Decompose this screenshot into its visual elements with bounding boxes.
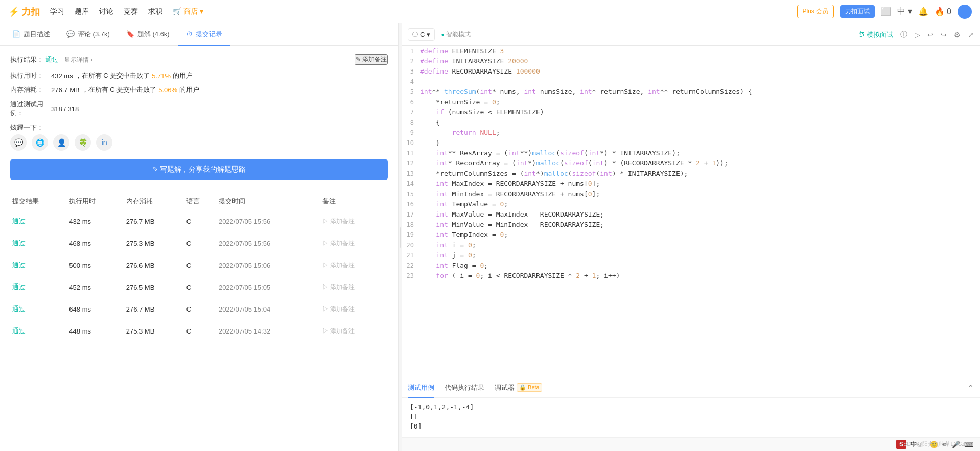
undo-button[interactable]: ↩ <box>927 31 934 39</box>
submission-status[interactable]: 通过 <box>12 327 26 335</box>
col-status: 提交结果 <box>10 193 67 210</box>
submission-add-note[interactable]: ▷ 添加备注 <box>322 261 386 270</box>
tab-comments[interactable]: 💬 评论 (3.7k) <box>58 23 118 46</box>
line-number: 7 <box>402 107 420 117</box>
line-number: 20 <box>402 240 420 250</box>
bottom-tabs: 测试用例 代码执行结果 调试器 🔒 Beta ⌃ <box>402 378 980 398</box>
submission-status[interactable]: 通过 <box>12 283 26 291</box>
share-wechat-button[interactable]: 💬 <box>10 134 27 151</box>
beta-badge: 🔒 Beta <box>517 383 542 392</box>
bottom-tab-result[interactable]: 代码执行结果 <box>445 378 484 398</box>
nav-contest[interactable]: 竞赛 <box>124 7 138 16</box>
smart-mode: ● 智能模式 <box>441 30 471 39</box>
plus-button[interactable]: Plus 会员 <box>797 5 834 18</box>
detail-link[interactable]: 显示详情 › <box>64 56 92 63</box>
write-solution-button[interactable]: ✎ 写题解，分享我的解题思路 <box>10 159 388 180</box>
submission-status[interactable]: 通过 <box>12 261 26 269</box>
nav-right: Plus 会员 力扣面试 ⬜ 中 ▾ 🔔 🔥 0 <box>797 5 972 19</box>
submission-time: 500 ms <box>67 254 124 276</box>
logo-text: 力扣 <box>21 6 40 18</box>
mem-stat-label: 内存消耗： <box>10 85 51 94</box>
nav-shop[interactable]: 🛒 商店 ▾ <box>173 7 203 16</box>
nav-jobs[interactable]: 求职 <box>148 7 162 16</box>
mock-interview-button[interactable]: ⏱ 模拟面试 <box>858 30 893 39</box>
expand-button[interactable]: ⌃ <box>967 383 974 393</box>
bottom-tab-debugger[interactable]: 调试器 🔒 Beta <box>495 378 542 398</box>
line-number: 13 <box>402 169 420 179</box>
tab-submissions[interactable]: ⏱ 提交记录 <box>178 23 230 46</box>
editor-top-bar: ⓘ C ▾ ● 智能模式 ⏱ 模拟面试 ⓘ ▷ ↩ ↪ ⚙ ⤢ <box>402 23 980 46</box>
tab-solutions[interactable]: 🔖 题解 (4.6k) <box>118 23 178 46</box>
time-pct-suffix: 的用户 <box>173 71 193 80</box>
submission-lang: C <box>184 232 217 254</box>
submission-add-note[interactable]: ▷ 添加备注 <box>322 283 386 292</box>
interview-button[interactable]: 力扣面试 <box>840 5 875 18</box>
code-line: 8 { <box>402 117 980 128</box>
font-size-icon[interactable]: 中 ▾ <box>897 6 912 17</box>
logo[interactable]: ⚡ 力扣 <box>8 6 40 18</box>
info-button[interactable]: ⓘ <box>900 30 907 39</box>
submission-add-note[interactable]: ▷ 添加备注 <box>322 327 386 336</box>
mem-pct-suffix: 的用户 <box>179 85 199 94</box>
code-line: 1 #define ELEMENTSIZE 3 <box>402 46 980 56</box>
line-number: 18 <box>402 220 420 230</box>
nav-discuss[interactable]: 讨论 <box>99 7 113 16</box>
mem-suffix: ，在所有 C 提交中击败了 <box>82 85 157 94</box>
notification-icon[interactable]: 🔔 <box>918 7 928 16</box>
col-lang: 语言 <box>184 193 217 210</box>
result-pass[interactable]: 通过 <box>45 56 59 63</box>
submission-mem: 275.3 MB <box>124 320 184 342</box>
line-number: 16 <box>402 199 420 209</box>
share-qq-button[interactable]: 👤 <box>53 134 69 151</box>
submission-add-note[interactable]: ▷ 添加备注 <box>322 305 386 314</box>
code-line: 2 #define INITARRAYSIZE 20000 <box>402 56 980 66</box>
redo-button[interactable]: ↪ <box>941 31 947 39</box>
share-linkedin-button[interactable]: in <box>96 134 112 151</box>
test-output-line: [-1,0,1,2,-1,-4] <box>410 403 972 411</box>
tab-description[interactable]: 📄 题目描述 <box>4 23 58 46</box>
code-line: 4 <box>402 77 980 87</box>
nav-problems[interactable]: 题库 <box>75 7 89 16</box>
fullscreen-button[interactable]: ⤢ <box>968 31 974 39</box>
line-number: 4 <box>402 77 420 87</box>
submission-time: 432 ms <box>67 210 124 232</box>
submission-lang: C <box>184 320 217 342</box>
submission-status[interactable]: 通过 <box>12 239 26 247</box>
line-content: return NULL; <box>420 128 980 138</box>
submissions-icon: ⏱ <box>186 30 193 38</box>
add-note-button[interactable]: ✎ 添加备注 <box>355 54 388 65</box>
code-line: 5 int** threeSum(int* nums, int numsSize… <box>402 87 980 97</box>
language-select[interactable]: ⓘ C ▾ <box>408 28 435 41</box>
code-line: 12 int* RecordArray = (int*)malloc(sizeo… <box>402 158 980 169</box>
line-content: *returnColumnSizes = (int*)malloc(sizeof… <box>420 169 980 179</box>
line-content: int TempValue = 0; <box>420 199 980 209</box>
timer-icon: ⏱ <box>858 31 865 38</box>
shop-icon: 🛒 <box>173 7 181 15</box>
device-icon[interactable]: ⬜ <box>881 7 891 16</box>
settings-button[interactable]: ⚙ <box>954 31 961 39</box>
run-button[interactable]: ▷ <box>915 31 920 39</box>
cases-value: 318 / 318 <box>51 105 79 113</box>
submission-mem: 276.6 MB <box>124 254 184 276</box>
share-weibo-button[interactable]: 🌐 <box>32 134 48 151</box>
result-status-line: 执行结果： 通过 显示详情 › <box>10 55 93 64</box>
line-content: int MaxIndex = RECORDARRAYSIZE + nums[0]… <box>420 179 980 189</box>
time-suffix: ，在所有 C 提交中击败了 <box>75 71 150 80</box>
submission-add-note[interactable]: ▷ 添加备注 <box>322 217 386 226</box>
submission-add-note[interactable]: ▷ 添加备注 <box>322 239 386 248</box>
activity-icon[interactable]: 🔥 0 <box>935 7 951 16</box>
submission-lang: C <box>184 254 217 276</box>
avatar[interactable] <box>958 5 972 19</box>
result-label: 执行结果： <box>10 56 43 63</box>
bottom-tab-testcase[interactable]: 测试用例 <box>408 378 434 398</box>
col-mem: 内存消耗 <box>124 193 184 210</box>
line-number: 2 <box>402 56 420 66</box>
submission-status[interactable]: 通过 <box>12 217 26 225</box>
line-content: int i = 0; <box>420 240 980 250</box>
submission-submit-time: 2022/07/05 14:32 <box>217 320 320 342</box>
submission-mem: 276.7 MB <box>124 210 184 232</box>
submission-status[interactable]: 通过 <box>12 305 26 313</box>
share-douban-button[interactable]: 🍀 <box>75 134 91 151</box>
code-editor[interactable]: 1 #define ELEMENTSIZE 3 2 #define INITAR… <box>402 46 980 378</box>
nav-study[interactable]: 学习 <box>50 7 64 16</box>
